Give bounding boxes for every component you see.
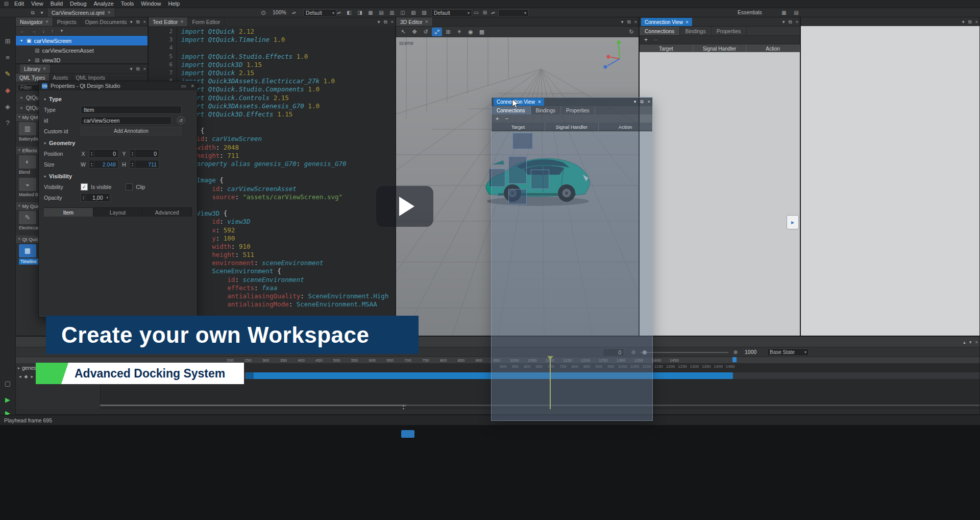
tab-library[interactable]: Library × (20, 64, 51, 73)
device-icon[interactable]: ▭ (472, 9, 480, 16)
light-tool-icon[interactable]: ☀ (454, 28, 464, 36)
tab-projects[interactable]: Projects (53, 17, 81, 26)
grid-tool-icon[interactable]: ▦ (477, 28, 487, 36)
close-icon[interactable]: × (43, 66, 46, 72)
timeline-duration-bar[interactable] (246, 372, 733, 379)
move-left-icon[interactable]: ← (20, 28, 25, 34)
properties-window-titlebar[interactable]: DS Properties - Qt Design Studio ▭ × (39, 81, 197, 90)
width-stepper[interactable]: ▴▾2.048 (89, 160, 118, 169)
state-selector[interactable]: Base State▾ (767, 348, 809, 356)
move-right-icon[interactable]: → (31, 28, 36, 34)
snap-tool-icon[interactable]: ⊞ (443, 28, 453, 36)
select-tool-icon[interactable]: ↖ (398, 28, 408, 36)
camera-tool-icon[interactable]: ◉ (465, 28, 476, 36)
chevron-down-icon[interactable]: ▾ (969, 339, 972, 345)
is-visible-checkbox[interactable]: ✓ (81, 183, 88, 191)
frame-icon[interactable]: ◧ (345, 9, 353, 16)
design-mode-icon[interactable]: ✎ (0, 67, 15, 81)
connection-view-drag-preview[interactable]: Connection View × ▾ ⧉ × ConnectionsBindi… (491, 97, 653, 421)
document-tab[interactable]: CarViewScreen.ui.qml × (47, 8, 115, 17)
bounds-icon[interactable]: ◨ (356, 9, 364, 16)
popout-icon[interactable]: ⧉ (384, 19, 387, 25)
type-field[interactable]: Item (81, 106, 182, 114)
close-icon[interactable]: × (425, 19, 428, 25)
add-annotation-button[interactable]: Add Annotation (81, 127, 182, 135)
tab-text-editor[interactable]: Text Editor× (149, 17, 188, 26)
code-editor[interactable]: import QtQuick 2.12import QtQuick.Timeli… (177, 26, 395, 336)
next-keyframe-icon[interactable]: ▸ (31, 374, 33, 379)
add-connection-icon[interactable]: + (496, 115, 499, 122)
close-icon[interactable]: × (390, 19, 394, 25)
properties-tab-layout[interactable]: Layout (93, 208, 143, 217)
navigator-item-carViewScreen[interactable]: ▾▣carViewScreen (16, 36, 148, 45)
close-icon[interactable]: × (108, 10, 111, 15)
menu-help[interactable]: Help (164, 0, 183, 8)
projects-mode-icon[interactable]: ◈ (0, 100, 15, 113)
remove-connection-icon[interactable]: − (654, 36, 657, 43)
tab-bindings[interactable]: Bindings (680, 27, 711, 35)
menu-edit[interactable]: Edit (11, 0, 28, 8)
close-icon[interactable]: × (795, 19, 798, 25)
add-connection-icon[interactable]: + (644, 36, 648, 43)
zoom-stepper[interactable]: ▴▾ (290, 9, 298, 16)
overlay-icon[interactable]: ▨ (420, 9, 428, 16)
close-icon[interactable]: × (143, 19, 146, 25)
tab-properties[interactable]: Properties (561, 106, 595, 114)
extensions-icon[interactable]: ▦ (780, 9, 788, 16)
section-visibility[interactable]: ▾Visibility (44, 173, 192, 179)
prev-keyframe-icon[interactable]: ◂ (19, 374, 21, 379)
close-icon[interactable]: × (975, 19, 978, 25)
welcome-mode-icon[interactable]: ⊞ (0, 35, 15, 48)
chevron-down-icon[interactable]: ▾ (962, 19, 965, 25)
snap-icon[interactable]: ◫ (399, 9, 407, 16)
bottom-handle[interactable] (401, 430, 414, 438)
rotate-tool-icon[interactable]: ↺ (421, 28, 431, 36)
chevron-down-icon[interactable]: ▾ (621, 19, 624, 25)
theme-selector[interactable]: Default▾ (431, 9, 472, 17)
run-preview-icon[interactable]: ⊙ (259, 9, 267, 16)
chevron-down-icon[interactable]: ▾ (130, 19, 133, 25)
chevron-down-icon[interactable]: ▾ (38, 9, 46, 16)
move-tool-icon[interactable]: ✥ (409, 28, 420, 36)
zoom-in-icon[interactable]: ⊕ (731, 348, 740, 356)
menu-build[interactable]: Build (47, 0, 66, 8)
run-button-icon[interactable]: ▶ (0, 393, 15, 407)
menu-view[interactable]: View (28, 0, 47, 8)
close-icon[interactable]: × (975, 339, 978, 345)
keyframe-icon[interactable]: ◆ (24, 374, 28, 379)
scrollbar-handle[interactable] (100, 405, 406, 406)
properties-tab-advanced[interactable]: Advanced (142, 208, 192, 217)
menu-debug[interactable]: Debug (66, 0, 90, 8)
reset-view-icon[interactable]: ↻ (626, 28, 636, 36)
tab-connection-view[interactable]: Connection View × (641, 18, 692, 26)
popout-icon[interactable]: ⧉ (640, 99, 643, 105)
stepper-icon[interactable]: ▴▾ (335, 9, 343, 16)
feedback-icon[interactable]: ▤ (792, 9, 800, 16)
y-position-stepper[interactable]: ▴▾0 (130, 149, 159, 158)
stepper-icon[interactable]: ▴▾ (489, 9, 497, 16)
splitter-collapse[interactable]: ▴▾ (403, 404, 404, 410)
chevron-down-icon[interactable]: ▾ (130, 66, 133, 72)
clip-checkbox[interactable] (126, 183, 133, 191)
maximize-icon[interactable]: ▭ (181, 83, 186, 89)
move-down-icon[interactable]: ↓ (42, 28, 45, 34)
style-selector[interactable]: Default▾ (303, 9, 337, 17)
timeline-zoom-slider[interactable] (641, 352, 728, 353)
extra-selector[interactable]: ▾ (498, 9, 529, 17)
tab-bindings[interactable]: Bindings (531, 106, 561, 114)
section-type[interactable]: ▾Type (44, 96, 192, 102)
columns-icon[interactable]: ▥ (388, 9, 396, 16)
popout-icon[interactable]: ⧉ (789, 19, 792, 25)
tab-connections[interactable]: Connections (492, 106, 531, 114)
filter-icon[interactable]: ▼ (60, 29, 64, 33)
navigator-item-carViewScreenAsset[interactable]: ▨carViewScreenAsset (16, 45, 148, 55)
tab-form-editor[interactable]: Form Editor (188, 17, 225, 26)
id-field[interactable]: carViewScreen (81, 116, 172, 125)
height-stepper[interactable]: ▴▾711 (130, 160, 159, 169)
close-icon[interactable]: × (634, 19, 637, 25)
opacity-stepper[interactable]: ▴▾1,00▾ (81, 193, 110, 202)
popout-icon[interactable]: ⧉ (968, 19, 972, 25)
chevron-down-icon[interactable]: ▾ (782, 19, 785, 25)
popout-icon[interactable]: ⧉ (627, 19, 631, 25)
chevron-up-icon[interactable]: ▴ (963, 339, 966, 345)
